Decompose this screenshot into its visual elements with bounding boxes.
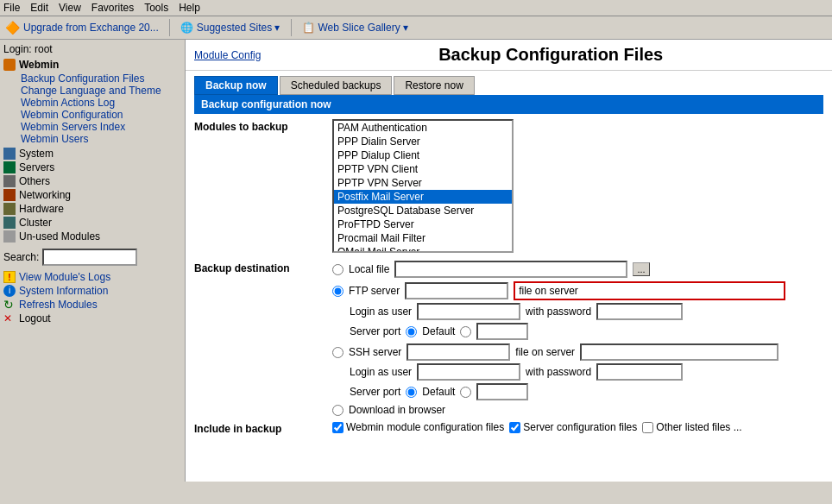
ssh-login-input[interactable] (417, 363, 520, 381)
sidebar-link-actions[interactable]: Webmin Actions Log (3, 97, 181, 109)
sidebar-refresh-modules[interactable]: ↻ Refresh Modules (3, 299, 181, 311)
radio-ftp[interactable] (332, 286, 344, 297)
list-item[interactable]: PostgreSQL Database Server (334, 204, 512, 217)
ssh-server-label: SSH server (349, 346, 401, 358)
sidebar-group-servers[interactable]: Servers (3, 161, 181, 174)
other-listed-checkbox[interactable] (642, 422, 653, 433)
menu-edit[interactable]: Edit (30, 2, 48, 14)
radio-download[interactable] (332, 405, 344, 416)
tab-scheduled[interactable]: Scheduled backups (280, 76, 393, 95)
menu-help[interactable]: Help (179, 2, 200, 14)
server-port-row: Server port Default (332, 323, 823, 340)
list-item[interactable]: QMail Mail Server (334, 245, 512, 253)
login-as-input[interactable] (417, 303, 520, 320)
sidebar-group-others[interactable]: Others (3, 174, 181, 188)
form-area: Modules to backup PAM AuthenticationPPP … (186, 114, 832, 445)
sidebar-group-networking[interactable]: Networking (3, 188, 181, 202)
ssh-port-input[interactable] (476, 383, 528, 400)
backup-dest-row: Backup destination Local file ... FTP se… (194, 261, 823, 416)
sidebar-link-config[interactable]: Webmin Configuration (3, 109, 181, 121)
toolbar-upgrade[interactable]: 🔶 Upgrade from Exchange 20... (5, 21, 159, 35)
sidebar-unused-label: Un-used Modules (19, 230, 100, 243)
sidebar-others-label: Others (19, 175, 50, 187)
radio-ssh[interactable] (332, 347, 344, 358)
logout-label: Logout (19, 312, 51, 324)
system-icon (3, 148, 16, 160)
other-listed-label[interactable]: Other listed files ... (642, 421, 741, 433)
backup-dest-label: Backup destination (194, 261, 332, 274)
list-item[interactable]: Postfix Mail Server (334, 190, 512, 204)
ftp-port-input[interactable] (476, 323, 528, 340)
download-row: Download in browser (332, 404, 823, 416)
tab-backup-now[interactable]: Backup now (194, 76, 278, 95)
with-password-input[interactable] (596, 303, 683, 320)
list-item[interactable]: ProFTPD Server (334, 217, 512, 231)
modules-listbox[interactable]: PAM AuthenticationPPP Dialin ServerPPP D… (332, 119, 514, 253)
list-item[interactable]: PPTP VPN Client (334, 162, 512, 176)
sidebar-group-system[interactable]: System (3, 147, 181, 161)
download-label: Download in browser (349, 404, 445, 416)
browse-button[interactable]: ... (633, 262, 649, 276)
sidebar-link-users[interactable]: Webmin Users (3, 133, 181, 145)
menu-tools[interactable]: Tools (144, 2, 168, 14)
sidebar-webmin-header[interactable]: Webmin (3, 59, 181, 71)
list-item[interactable]: PAM Authentication (334, 121, 512, 135)
sidebar-group-hardware[interactable]: Hardware (3, 202, 181, 216)
search-label: Search: (3, 251, 39, 263)
local-file-input[interactable] (394, 261, 627, 278)
menu-view[interactable]: View (59, 2, 81, 14)
search-input[interactable] (42, 249, 137, 266)
ssh-login-row: Login as user with password (332, 363, 823, 381)
radio-ftp-default[interactable] (406, 326, 417, 337)
modules-content: PAM AuthenticationPPP Dialin ServerPPP D… (332, 119, 823, 255)
sidebar-link-language[interactable]: Change Language and Theme (3, 85, 181, 97)
toolbar-sep-1 (169, 19, 170, 36)
toolbar-webslice[interactable]: 📋 Web Slice Gallery ▾ (302, 22, 408, 34)
sidebar-logout[interactable]: ✕ Logout (3, 312, 181, 324)
ssh-server-input[interactable] (407, 343, 510, 361)
sidebar: Login: root Webmin Backup Configuration … (0, 40, 186, 482)
sidebar-system-info[interactable]: i System Information (3, 285, 181, 297)
sidebar-group-unused[interactable]: Un-used Modules (3, 230, 181, 243)
local-file-row: Local file ... (332, 261, 823, 278)
modules-row: Modules to backup PAM AuthenticationPPP … (194, 119, 823, 255)
server-config-text: Server configuration files (523, 421, 637, 433)
ftp-default-label: Default (422, 325, 455, 337)
radio-ssh-default[interactable] (406, 387, 417, 398)
webmin-module-config-label[interactable]: Webmin module configuration files (332, 421, 504, 433)
sidebar-link-backup[interactable]: Backup Configuration Files (3, 72, 181, 85)
ftp-server-input[interactable] (405, 282, 508, 299)
ssh-password-input[interactable] (596, 363, 683, 381)
menu-favorites[interactable]: Favorites (91, 2, 134, 14)
radio-ftp-custom[interactable] (460, 326, 471, 337)
radio-ssh-custom[interactable] (460, 387, 471, 398)
server-config-checkbox[interactable] (509, 422, 520, 433)
ftp-server-row: FTP server file on server (332, 281, 823, 300)
login-as-row: Login as user with password (332, 303, 823, 320)
webmin-module-config-text: Webmin module configuration files (346, 421, 504, 433)
list-item[interactable]: PPP Dialin Server (334, 135, 512, 148)
ssh-password-label: with password (526, 366, 591, 378)
login-label: Login: root (3, 43, 181, 55)
list-item[interactable]: PPTP VPN Server (334, 176, 512, 190)
sidebar-view-logs[interactable]: ! View Module's Logs (3, 271, 181, 283)
list-item[interactable]: Procmail Mail Filter (334, 231, 512, 245)
server-config-label[interactable]: Server configuration files (509, 421, 637, 433)
toolbar-suggested[interactable]: 🌐 Suggested Sites ▾ (180, 22, 280, 34)
sidebar-group-cluster[interactable]: Cluster (3, 216, 181, 230)
tab-restore[interactable]: Restore now (394, 76, 474, 95)
cluster-icon (3, 217, 16, 229)
menu-file[interactable]: File (3, 2, 20, 14)
breadcrumb[interactable]: Module Config (194, 49, 261, 61)
list-item[interactable]: PPP Dialup Client (334, 148, 512, 162)
toolbar-upgrade-label: Upgrade from Exchange 20... (23, 22, 159, 34)
hardware-icon (3, 203, 16, 215)
view-logs-label: View Module's Logs (19, 271, 110, 283)
sidebar-networking-label: Networking (19, 189, 71, 201)
include-label: Include in backup (194, 421, 332, 435)
radio-local-file[interactable] (332, 264, 344, 275)
file-on-server-input[interactable] (582, 285, 780, 297)
ssh-file-on-server-input[interactable] (580, 343, 778, 361)
webmin-module-config-checkbox[interactable] (332, 422, 344, 433)
sidebar-link-servers[interactable]: Webmin Servers Index (3, 121, 181, 133)
